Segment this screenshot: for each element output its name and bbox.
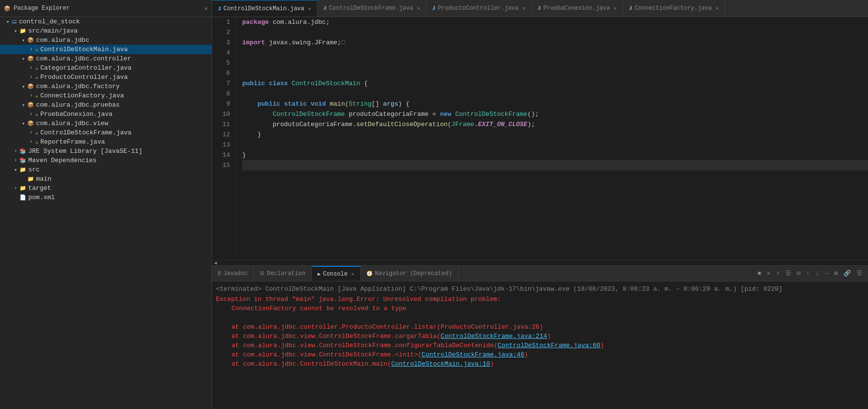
- bottom-tab-2[interactable]: ▶Console✕: [312, 266, 361, 281]
- tree-chevron: ▾: [19, 56, 27, 62]
- editor-tab-4[interactable]: JConnectionFactory.java✕: [623, 0, 725, 17]
- tab-java-icon: J: [538, 5, 541, 11]
- toolbar-btn-0[interactable]: ■: [755, 269, 763, 278]
- tree-item-ConnectionFactory[interactable]: ›☕ConnectionFactory.java: [0, 91, 212, 100]
- package-explorer-close[interactable]: ✕: [204, 5, 208, 12]
- code-line-4: [242, 48, 868, 58]
- horizontal-scrollbar[interactable]: ◀: [212, 260, 868, 265]
- editor-tab-2[interactable]: JProductoController.java✕: [426, 0, 532, 17]
- tree-label: target: [28, 185, 51, 192]
- tree-item-com.alura.jdbc.factory[interactable]: ▾📦com.alura.jdbc.factory: [0, 82, 212, 91]
- console-stack5: at com.alura.jdbc.ControlDeStockMain.mai…: [216, 359, 864, 369]
- tree-item-CategoriaController[interactable]: ›☕CategoriaController.java: [0, 63, 212, 73]
- tree-item-ReporteFrame[interactable]: ›☕ReporteFrame.java: [0, 137, 212, 147]
- tree-item-project[interactable]: ▾🗂control_de_stock: [0, 17, 212, 26]
- toolbar-btn-5[interactable]: ↑: [804, 269, 811, 278]
- console-spacer: [216, 313, 864, 322]
- editor-tab-0[interactable]: JControlDeStockMain.java✕: [212, 0, 317, 17]
- tree-chevron: ›: [27, 93, 35, 98]
- package-explorer-icon: 📦: [4, 5, 11, 12]
- bottom-tab-1[interactable]: ☰Declaration: [254, 266, 311, 281]
- tree-file-icon-CategoriaController: ☕: [35, 65, 39, 71]
- tree-chevron: ▾: [19, 84, 27, 90]
- stack5-link[interactable]: ControlDeStockMain.java:10: [391, 360, 490, 368]
- tree-item-JRE[interactable]: ›📚JRE System Library [JavaSE-11]: [0, 147, 212, 156]
- tree-item-ControlDeStockFrame[interactable]: ›☕ControlDeStockFrame.java: [0, 128, 212, 137]
- toolbar-btn-2[interactable]: ⚡: [774, 269, 782, 278]
- tree-file-icon-ConnectionFactory: ☕: [35, 93, 39, 99]
- bottom-toolbar: ■✕⚡☰⊡↑↓→⊞🔗☰: [755, 269, 868, 278]
- tree-file-icon-com.alura.jdbc.factory: 📦: [27, 83, 34, 90]
- tree-label: ControlDeStockMain.java: [40, 46, 128, 53]
- package-explorer-tab[interactable]: 📦 Package Explorer ✕: [0, 0, 212, 17]
- stack3-link[interactable]: ControlDeStockFrame.java:60: [498, 342, 600, 349]
- console-stack4: at com.alura.jdbc.view.ControlDeStockFra…: [216, 350, 864, 359]
- toolbar-btn-6[interactable]: ↓: [813, 269, 821, 278]
- tab-close-btn[interactable]: ✕: [716, 5, 719, 11]
- tree-file-icon-ReporteFrame: ☕: [35, 139, 39, 145]
- code-line-7: public class ControlDeStockMain {: [242, 78, 868, 89]
- code-content[interactable]: package com.alura.jdbc; import javax.swi…: [236, 17, 868, 260]
- tab-close-btn[interactable]: ✕: [522, 5, 525, 11]
- tree-item-src[interactable]: ▾📁src: [0, 165, 212, 174]
- console-stack2: at com.alura.jdbc.view.ControlDeStockFra…: [216, 332, 864, 341]
- tree-item-pom[interactable]: 📄pom.xml: [0, 193, 212, 202]
- tree-item-target[interactable]: ›📁target: [0, 184, 212, 193]
- editor-tab-3[interactable]: JPruebaConexion.java✕: [532, 0, 623, 17]
- tree-chevron: ›: [12, 149, 19, 154]
- toolbar-btn-7[interactable]: →: [823, 269, 830, 278]
- tree-file-icon-ControlDeStockMain: ☕: [35, 46, 39, 53]
- tree-label: com.alura.jdbc: [36, 37, 89, 44]
- tree-item-Maven[interactable]: ›📚Maven Dependencies: [0, 156, 212, 165]
- tree-item-src-main-java[interactable]: ▾📁src/main/java: [0, 26, 212, 36]
- tab-close-btn[interactable]: ✕: [614, 5, 617, 11]
- console-stack3: at com.alura.jdbc.view.ControlDeStockFra…: [216, 341, 864, 350]
- bottom-tab-0[interactable]: @Javadoc: [212, 266, 254, 281]
- tree-item-com.alura.jdbc.controller[interactable]: ▾📦com.alura.jdbc.controller: [0, 54, 212, 63]
- tree-item-ControlDeStockMain[interactable]: ›☕ControlDeStockMain.java: [0, 45, 212, 54]
- console-content: <terminated> ControlDeStockMain [Java Ap…: [212, 281, 868, 409]
- code-line-12: }: [242, 130, 868, 140]
- tree-item-com.alura.jdbc.view[interactable]: ▾📦com.alura.jdbc.view: [0, 119, 212, 128]
- code-line-11: produtoCategoriaFrame.setDefaultCloseOpe…: [242, 119, 868, 130]
- tree-label: pom.xml: [28, 194, 55, 201]
- tree-chevron: ›: [27, 130, 35, 135]
- toolbar-btn-4[interactable]: ⊡: [795, 269, 802, 278]
- toolbar-btn-3[interactable]: ☰: [784, 269, 793, 278]
- tab-close-btn[interactable]: ✕: [308, 6, 311, 12]
- main-content: ▾🗂control_de_stock▾📁src/main/java▾📦com.a…: [0, 17, 868, 409]
- stack4-link[interactable]: ControlDeStockFrame.java:46: [422, 351, 524, 358]
- tree-chevron: ▾: [19, 102, 27, 108]
- bottom-tab-close-2[interactable]: ✕: [351, 271, 354, 277]
- tree-file-icon-com.alura.jdbc: 📦: [27, 37, 34, 43]
- tree-item-ProductoController[interactable]: ›☕ProductoController.java: [0, 73, 212, 82]
- toolbar-btn-10[interactable]: ☰: [855, 269, 864, 278]
- toolbar-btn-8[interactable]: ⊞: [832, 269, 840, 278]
- code-line-1: package com.alura.jdbc;: [242, 17, 868, 27]
- bottom-panel: @Javadoc☰Declaration▶Console✕🧭Navigator …: [212, 265, 868, 409]
- tree-file-icon-Maven: 📚: [19, 157, 26, 164]
- tab-close-btn[interactable]: ✕: [417, 5, 420, 11]
- tree-item-com.alura.jdbc[interactable]: ▾📦com.alura.jdbc: [0, 36, 212, 45]
- code-line-3: import javax.swing.JFrame;□: [242, 37, 868, 48]
- tab-java-icon: J: [323, 5, 327, 11]
- code-line-14: }: [242, 150, 868, 160]
- tree-file-icon-project: 🗂: [12, 19, 17, 25]
- editor-tab-1[interactable]: JControlDeStockFrame.java✕: [317, 0, 426, 17]
- tree-label: ControlDeStockFrame.java: [40, 129, 132, 136]
- tree-label: ConnectionFactory.java: [40, 92, 124, 99]
- stack2-link[interactable]: ControlDeStockFrame.java:214: [441, 333, 547, 340]
- tree-file-icon-target: 📁: [19, 185, 26, 191]
- tree-chevron: ›: [27, 112, 35, 117]
- editor-area: 123456789101112131415 package com.alura.…: [212, 17, 868, 409]
- tree-item-main[interactable]: 📁main: [0, 174, 212, 184]
- bottom-tab-3[interactable]: 🧭Navigator (Deprecated): [361, 266, 458, 281]
- tree-item-PruebaConexion[interactable]: ›☕PruebaConexion.java: [0, 110, 212, 119]
- tree-item-com.alura.jdbc.pruebas[interactable]: ▾📦com.alura.jdbc.pruebas: [0, 100, 212, 110]
- editor-content: 123456789101112131415 package com.alura.…: [212, 17, 868, 260]
- tree-chevron: ›: [12, 158, 19, 163]
- toolbar-btn-9[interactable]: 🔗: [842, 269, 853, 278]
- console-error-line1: Exception in thread "main" java.lang.Err…: [216, 295, 864, 304]
- toolbar-btn-1[interactable]: ✕: [765, 269, 772, 278]
- hscroll-left[interactable]: ◀: [214, 260, 217, 266]
